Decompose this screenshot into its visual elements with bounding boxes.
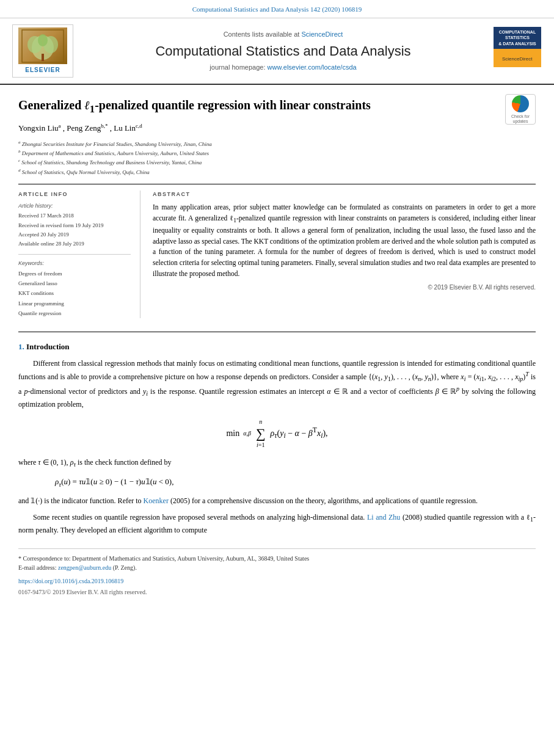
abstract-heading: ABSTRACT (153, 191, 536, 198)
computed-word: computed (500, 238, 528, 245)
journal-header: ELSEVIER Contents lists available at Sci… (0, 18, 554, 85)
homepage-link[interactable]: www.elsevier.com/locate/csda (268, 64, 357, 71)
doi-section: https://doi.org/10.1016/j.csda.2019.1068… (0, 572, 554, 588)
history-received: Received 17 March 2018 (18, 211, 131, 220)
authors-line: Yongxin Liua , Peng Zengb,* , Lu Linc,d (18, 122, 536, 134)
footnote-section: * Correspondence to: Department of Mathe… (18, 548, 536, 572)
corner-logo-box: COMPUTATIONAL STATISTICS & DATA ANALYSIS (494, 27, 541, 48)
affiliations-section: a Zhongtai Securities Institute for Fina… (18, 139, 536, 177)
keyword-5: Quantile regression (18, 308, 131, 318)
keyword-1: Degrees of freedom (18, 269, 131, 278)
abstract-column: ABSTRACT In many application areas, prio… (140, 191, 536, 318)
body-text: 1. Introduction Different from classical… (0, 341, 554, 536)
abstract-text: In many application areas, prior subject… (153, 202, 536, 280)
keyword-4: Linear programming (18, 299, 131, 308)
copyright-line: © 2019 Elsevier B.V. All rights reserved… (153, 283, 536, 292)
history-revised: Received in revised form 19 July 2019 (18, 221, 131, 230)
paper-title: Generalized ℓ1-penalized quantile regres… (18, 97, 536, 116)
history-online: Available online 28 July 2019 (18, 239, 131, 249)
history-accepted: Accepted 20 July 2019 (18, 230, 131, 239)
article-info-heading: ARTICLE INFO (18, 191, 131, 198)
author1-super: a (59, 123, 61, 129)
journal-top-bar: Computational Statistics and Data Analys… (0, 0, 554, 18)
journal-homepage: journal homepage: www.elsevier.com/locat… (210, 63, 356, 72)
elsevier-logo-image (18, 27, 67, 64)
optimization-formula: min α,β n ∑ i=1 ρτ(yi − α − βTxi), (18, 417, 536, 449)
elsevier-logo: ELSEVIER (12, 24, 73, 78)
sum-limits: n ∑ i=1 (256, 417, 266, 449)
footnote-email: E-mail address: zengpen@auburn.edu (P. Z… (18, 563, 536, 572)
article-history-title: Article history: (18, 202, 131, 210)
keyword-3: KKT conditions (18, 288, 131, 298)
email-link[interactable]: zengpen@auburn.edu (58, 564, 111, 571)
svg-point-4 (38, 34, 48, 46)
author2: , Peng Zeng (63, 123, 101, 133)
intro-paragraph2: Some recent studies on quantile regressi… (18, 512, 536, 536)
indicator-paragraph: and 𝟙(·) is the indicator function. Refe… (18, 495, 536, 507)
li-zhu-link[interactable]: Li and Zhu (367, 513, 400, 522)
author3: , Lu Lin (110, 123, 136, 133)
keywords-title: Keywords: (18, 260, 131, 267)
check-updates-label: Check for updates (506, 114, 535, 125)
svg-text:ScienceDirect: ScienceDirect (502, 56, 533, 62)
contents-available: Contents lists available at ScienceDirec… (224, 30, 343, 39)
check-updates-box: Check for updates (505, 94, 536, 125)
corner-journal-logo: COMPUTATIONAL STATISTICS & DATA ANALYSIS… (493, 24, 542, 78)
affiliation-d: d School of Statistics, Qufu Normal Univ… (18, 167, 536, 176)
doi-link[interactable]: https://doi.org/10.1016/j.csda.2019.1068… (18, 578, 123, 584)
main-divider (18, 332, 536, 332)
check-updates-circle (512, 95, 529, 112)
intro-paragraph1: Different from classical regression meth… (18, 358, 536, 410)
sum-sigma: ∑ (256, 427, 266, 440)
sciencedirect-link[interactable]: ScienceDirect (301, 31, 343, 38)
affiliation-c: c School of Statistics, Shandong Technol… (18, 158, 536, 167)
keywords-section: Keywords: Degrees of freedom Generalized… (18, 260, 131, 319)
formula-rho: ρτ(yi − α − βTxi), (271, 425, 328, 442)
author2-super: b,* (101, 123, 108, 129)
article-info-column: ARTICLE INFO Article history: Received 1… (18, 191, 140, 318)
issn-section: 0167-9473/© 2019 Elsevier B.V. All right… (0, 588, 554, 600)
check-function-formula: ρτ(u) = τu𝟙(u ≥ 0) − (1 − τ)u𝟙(u < 0), (55, 476, 536, 489)
author3-super: c,d (136, 123, 142, 129)
article-history-box: Article history: Received 17 March 2018 … (18, 202, 131, 255)
affiliation-a: a Zhongtai Securities Institute for Fina… (18, 139, 536, 148)
sum-bottom: i=1 (257, 440, 264, 450)
check-function-intro: where τ ∈ (0, 1), ρτ is the check functi… (18, 457, 536, 470)
journal-citation: Computational Statistics and Data Analys… (192, 5, 362, 13)
math-l1: ℓ (84, 98, 90, 112)
elsevier-name: ELSEVIER (25, 66, 60, 75)
journal-title-header: Computational Statistics and Data Analys… (155, 43, 410, 59)
paper-section: Check for updates Generalized ℓ1-penaliz… (0, 85, 554, 324)
two-column-section: ARTICLE INFO Article history: Received 1… (18, 184, 536, 318)
affiliation-b: b Department of Mathematics and Statisti… (18, 148, 536, 158)
journal-title-section: Contents lists available at ScienceDirec… (79, 24, 487, 78)
author1: Yongxin Liu (18, 123, 59, 133)
footnote-star: * Correspondence to: Department of Mathe… (18, 554, 536, 563)
min-operator: min (226, 427, 239, 440)
section1-title: 1. Introduction (18, 341, 536, 353)
koenker-link[interactable]: Koenker (144, 496, 169, 505)
section1-label: Introduction (26, 342, 70, 351)
keyword-2: Generalized lasso (18, 278, 131, 288)
corner-logo-yellow: ScienceDirect (494, 49, 541, 67)
section1-number: 1. (18, 342, 26, 351)
svg-rect-3 (42, 54, 44, 61)
min-subscript: α,β (243, 429, 251, 438)
check-updates-badge: Check for updates (505, 100, 536, 125)
